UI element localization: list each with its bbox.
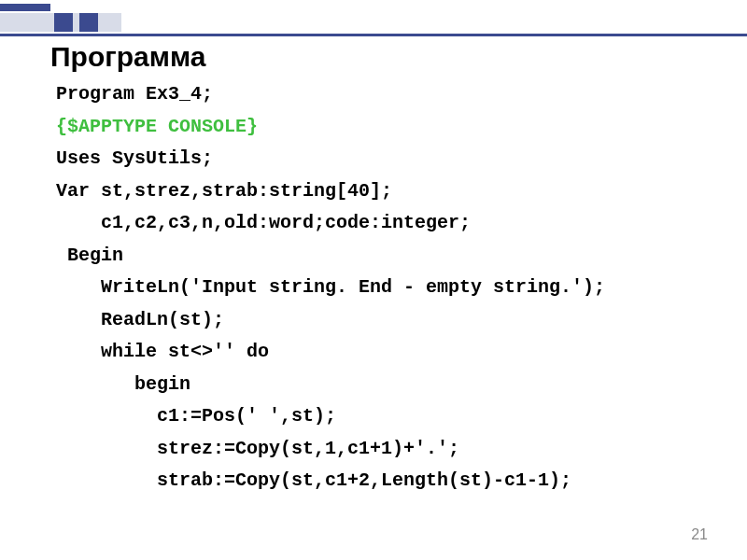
code-line: strez:=Copy(st,1,c1+1)+'.'; [56, 433, 710, 466]
code-line: strab:=Copy(st,c1+2,Length(st)-c1-1); [56, 465, 710, 497]
code-line: WriteLn('Input string. End - empty strin… [56, 272, 710, 304]
code-line: Program Ex3_4; [56, 78, 710, 111]
code-line: c1,c2,c3,n,old:word;code:integer; [56, 207, 710, 240]
deco-square [54, 13, 73, 32]
code-block: Program Ex3_4;{$APPTYPE CONSOLE}Uses Sys… [56, 78, 710, 497]
code-line: begin [56, 369, 710, 401]
code-line: {$APPTYPE CONSOLE} [56, 111, 710, 144]
code-line: Begin [56, 240, 710, 273]
horizontal-rule [0, 34, 747, 36]
slide-title: Программа [50, 41, 205, 73]
code-line: c1:=Pos(' ',st); [56, 400, 710, 433]
page-number: 21 [691, 526, 708, 543]
code-line: ReadLn(st); [56, 304, 710, 337]
slide-decoration [0, 0, 112, 47]
deco-square [79, 13, 98, 32]
deco-bar [0, 4, 50, 11]
code-line: Uses SysUtils; [56, 143, 710, 175]
code-line: while st<>'' do [56, 336, 710, 369]
code-line: Var st,strez,strab:string[40]; [56, 175, 710, 208]
